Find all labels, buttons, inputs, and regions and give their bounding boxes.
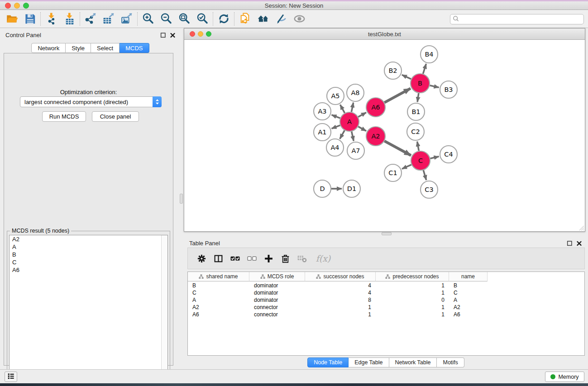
edge-A-A3[interactable] — [332, 115, 340, 118]
node-D1[interactable]: D1 — [343, 180, 360, 197]
delete-table-button[interactable] — [294, 250, 311, 267]
edge-A-A8[interactable] — [351, 103, 353, 112]
node-B1[interactable]: B1 — [407, 103, 425, 120]
float-table-panel-icon[interactable] — [566, 240, 573, 247]
search-field[interactable] — [450, 14, 584, 24]
cell-name[interactable]: A — [449, 296, 488, 304]
cell-shared-name[interactable]: A — [188, 296, 249, 304]
cell-MCDS-role[interactable]: connector — [249, 311, 305, 318]
column-header-predecessor-nodes[interactable]: predecessor nodes — [376, 272, 449, 281]
cell-shared-name[interactable]: C — [188, 289, 249, 296]
node-B4[interactable]: B4 — [421, 46, 438, 63]
edge-B-B3[interactable] — [430, 86, 439, 87]
search-input[interactable] — [459, 14, 583, 24]
zoom-in-button[interactable] — [139, 12, 157, 26]
cell-name[interactable]: B — [449, 282, 488, 289]
cell-predecessor-nodes[interactable]: 0 — [376, 296, 449, 304]
cell-successor-nodes[interactable]: 4 — [305, 282, 376, 289]
edge-A6-B[interactable] — [384, 88, 411, 102]
select-all-button[interactable] — [227, 250, 244, 267]
close-panel-button[interactable]: Close panel — [92, 111, 139, 122]
cell-shared-name[interactable]: A6 — [188, 311, 249, 318]
node-A1[interactable]: A1 — [314, 124, 331, 141]
cell-successor-nodes[interactable]: 1 — [305, 304, 376, 311]
node-A3[interactable]: A3 — [314, 103, 331, 120]
tab-edge-table[interactable]: Edge Table — [349, 357, 389, 367]
column-header-successor-nodes[interactable]: successor nodes — [305, 272, 376, 281]
edge-A-A4[interactable] — [340, 130, 344, 139]
zoom-selected-button[interactable] — [193, 12, 211, 26]
cell-successor-nodes[interactable]: 1 — [305, 311, 376, 318]
tab-network-table[interactable]: Network Table — [389, 357, 437, 367]
cell-shared-name[interactable]: B — [188, 282, 249, 289]
tab-node-table[interactable]: Node Table — [307, 357, 349, 367]
edge-C-C1[interactable] — [402, 165, 411, 169]
cell-MCDS-role[interactable]: dominator — [249, 282, 305, 289]
cell-name[interactable]: A6 — [449, 311, 488, 318]
edge-A-A6[interactable] — [358, 113, 366, 117]
cell-name[interactable]: A2 — [449, 304, 488, 311]
column-header-MCDS-role[interactable]: MCDS role — [249, 272, 305, 281]
node-C1[interactable]: C1 — [384, 164, 402, 181]
zoom-out-button[interactable] — [157, 12, 175, 26]
result-list-item[interactable]: A — [10, 243, 167, 251]
panel-divider-horizontal[interactable] — [382, 232, 392, 235]
node-C[interactable]: C — [411, 151, 430, 170]
node-A5[interactable]: A5 — [327, 87, 344, 105]
cell-MCDS-role[interactable]: dominator — [249, 289, 305, 296]
run-mcds-button[interactable]: Run MCDS — [42, 111, 86, 122]
node-A8[interactable]: A8 — [347, 84, 364, 101]
network-canvas[interactable]: B4B2BB3A5A8A6A3B1AA1C2A2A4A7CC4C1C3DD1 — [184, 40, 585, 231]
export-table-button[interactable] — [100, 12, 118, 26]
float-panel-icon[interactable] — [160, 32, 167, 38]
node-A2[interactable]: A2 — [366, 127, 385, 146]
network-graph[interactable]: B4B2BB3A5A8A6A3B1AA1C2A2A4A7CC4C1C3DD1 — [184, 40, 585, 231]
result-list-item[interactable]: A2 — [10, 235, 167, 243]
node-B[interactable]: B — [411, 74, 430, 93]
edge-B-B4[interactable] — [423, 64, 426, 74]
column-header-shared-name[interactable]: shared name — [188, 272, 249, 281]
table-row-A[interactable]: Adominator80A — [188, 296, 488, 304]
memory-button[interactable]: Memory — [545, 372, 584, 382]
node-B2[interactable]: B2 — [384, 62, 402, 79]
node-A4[interactable]: A4 — [326, 139, 344, 156]
cell-successor-nodes[interactable]: 4 — [305, 289, 376, 296]
cell-shared-name[interactable]: A2 — [188, 304, 249, 311]
import-table-button[interactable] — [60, 12, 78, 26]
window-resize-grip[interactable] — [578, 225, 584, 231]
cell-successor-nodes[interactable]: 8 — [305, 296, 376, 304]
cell-name[interactable]: C — [449, 289, 488, 296]
import-network-button[interactable] — [42, 12, 60, 26]
tab-style[interactable]: Style — [66, 43, 91, 53]
cell-MCDS-role[interactable]: dominator — [249, 296, 305, 304]
table-row-B[interactable]: Bdominator41B — [188, 282, 488, 289]
export-image-button[interactable] — [118, 12, 136, 26]
column-header-name[interactable]: name — [449, 272, 488, 281]
table-row-A6[interactable]: A6connector11A6 — [188, 311, 488, 318]
node-A7[interactable]: A7 — [347, 142, 364, 159]
node-C4[interactable]: C4 — [440, 146, 457, 163]
cell-predecessor-nodes[interactable]: 1 — [376, 282, 449, 289]
node-A[interactable]: A — [340, 112, 359, 131]
new-network-from-selection-button[interactable] — [236, 12, 254, 26]
split-columns-button[interactable] — [210, 250, 227, 267]
node-C3[interactable]: C3 — [421, 181, 438, 198]
cell-predecessor-nodes[interactable]: 1 — [376, 311, 449, 318]
first-neighbors-button[interactable] — [254, 12, 272, 26]
task-history-button[interactable] — [5, 372, 17, 382]
result-list-item[interactable]: C — [10, 258, 167, 266]
tab-select[interactable]: Select — [91, 43, 120, 53]
tab-network[interactable]: Network — [31, 43, 66, 53]
table-row-A2[interactable]: A2connector11A2 — [188, 304, 488, 311]
edge-A-A2[interactable] — [358, 127, 366, 131]
apply-layout-button[interactable] — [215, 12, 233, 26]
delete-column-button[interactable] — [277, 250, 294, 267]
node-D[interactable]: D — [314, 180, 331, 197]
zoom-fit-button[interactable] — [175, 12, 193, 26]
export-network-button[interactable] — [81, 12, 100, 26]
add-column-button[interactable] — [260, 250, 277, 267]
tab-motifs[interactable]: Motifs — [437, 357, 464, 367]
node-C2[interactable]: C2 — [407, 123, 424, 140]
settings-gear-button[interactable] — [193, 250, 210, 267]
result-list-scrollbar[interactable] — [161, 235, 167, 384]
